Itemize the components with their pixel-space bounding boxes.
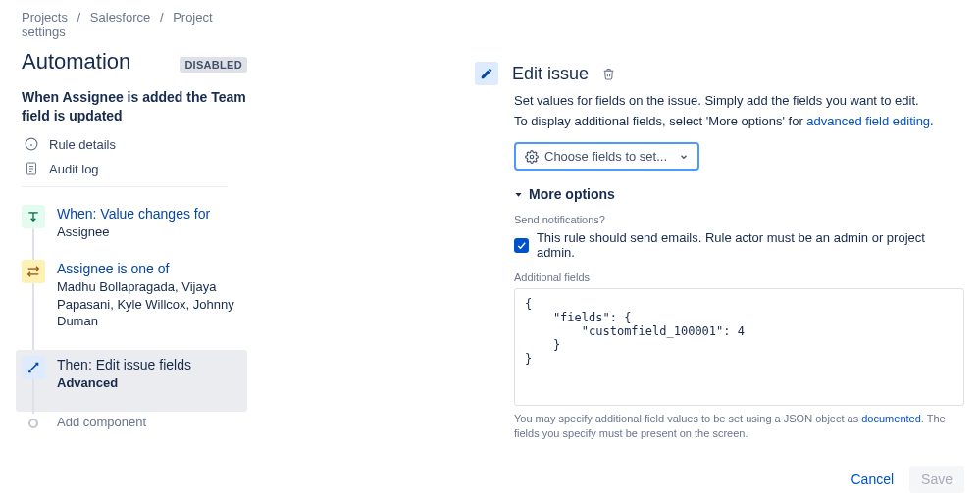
cancel-button[interactable]: Cancel: [841, 466, 903, 493]
audit-log-label: Audit log: [49, 162, 99, 176]
send-notifications-text: This rule should send emails. Rule actor…: [537, 230, 964, 260]
pencil-icon: [475, 62, 498, 85]
panel-desc-2: To display additional fields, select 'Mo…: [514, 114, 964, 128]
send-notifications-label: Send notifications?: [514, 214, 964, 225]
step-condition-head: Assignee is one of: [57, 261, 247, 276]
step-trigger-head: When: Value changes for: [57, 206, 247, 222]
save-button[interactable]: Save: [909, 466, 964, 493]
send-notifications-checkbox[interactable]: [514, 238, 529, 253]
step-trigger[interactable]: When: Value changes for Assignee: [22, 205, 247, 261]
advanced-field-editing-link[interactable]: advanced field editing: [806, 114, 930, 128]
status-badge: DISABLED: [180, 57, 247, 73]
svg-marker-12: [516, 193, 522, 197]
additional-fields-input[interactable]: { "fields": { "customfield_100001": 4 } …: [514, 288, 964, 406]
panel-desc-1: Set values for fields on the issue. Simp…: [514, 93, 964, 108]
info-icon: [24, 137, 39, 151]
choose-fields-button[interactable]: Choose fields to set...: [514, 142, 699, 171]
add-component-label: Add component: [57, 412, 247, 435]
step-trigger-sub: Assignee: [57, 223, 247, 241]
step-action[interactable]: Then: Edit issue fields Advanced: [16, 350, 247, 412]
page-title: Automation: [22, 49, 130, 74]
step-condition[interactable]: Assignee is one of Madhu Bollapragada, V…: [22, 260, 247, 350]
rule-name: When Assignee is added the Team field is…: [22, 88, 247, 125]
rule-details-label: Rule details: [49, 137, 116, 152]
panel-title: Edit issue: [512, 64, 589, 84]
add-icon: [22, 412, 45, 435]
trigger-icon: [22, 205, 45, 228]
breadcrumb-project[interactable]: Salesforce: [90, 10, 150, 25]
delete-icon[interactable]: [602, 68, 615, 80]
caret-down-icon: [514, 190, 523, 199]
step-action-sub: Advanced: [57, 374, 241, 392]
more-options-label: More options: [529, 186, 615, 202]
breadcrumb-projects[interactable]: Projects: [22, 10, 68, 25]
gear-icon: [525, 150, 539, 164]
additional-fields-hint: You may specify additional field values …: [514, 412, 964, 441]
additional-fields-label: Additional fields: [514, 271, 964, 283]
rule-details-link[interactable]: Rule details: [22, 137, 247, 152]
action-icon: [22, 356, 45, 379]
step-condition-sub: Madhu Bollapragada, Vijaya Papasani, Kyl…: [57, 278, 247, 330]
condition-icon: [22, 260, 45, 283]
audit-log-link[interactable]: Audit log: [22, 162, 247, 176]
add-component[interactable]: Add component: [22, 412, 247, 455]
step-action-head: Then: Edit issue fields: [57, 357, 241, 372]
svg-point-11: [530, 155, 534, 159]
chevron-down-icon: [679, 152, 689, 162]
choose-fields-label: Choose fields to set...: [544, 149, 667, 164]
more-options-toggle[interactable]: More options: [514, 186, 964, 202]
breadcrumb: Projects / Salesforce / Project settings: [22, 10, 247, 39]
documented-link[interactable]: documented: [861, 413, 921, 424]
document-icon: [24, 162, 39, 175]
